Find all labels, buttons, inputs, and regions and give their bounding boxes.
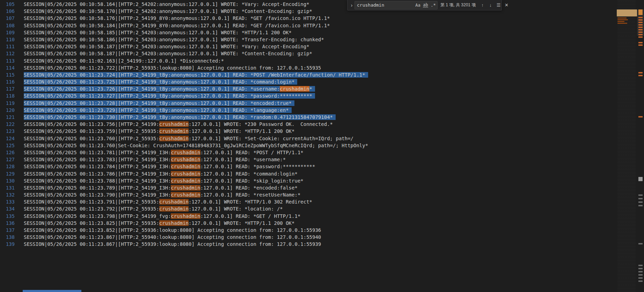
log-line-text[interactable]: SESSION|05/26/2025 00:11:23.791|[HTTP:2_… [24,198,312,205]
line-number[interactable]: 106 [0,8,24,15]
line-number[interactable]: 135 [0,213,24,220]
line-number[interactable]: 137 [0,227,24,234]
log-line-text[interactable]: SESSION|05/26/2025 00:11:23.759|[HTTP:2_… [24,128,294,135]
log-line-text[interactable]: SESSION|05/26/2025 00:11:02.163|[2_54199… [24,57,224,64]
log-line-text[interactable]: SESSION|05/26/2025 00:11:23.725|[HTTP:2_… [24,78,297,85]
line-number[interactable]: 133 [0,198,24,205]
line-number[interactable]: 121 [0,114,24,121]
log-line-text[interactable]: SESSION|05/26/2025 00:11:23.729|[HTTP:2_… [24,107,292,114]
line-number[interactable]: 114 [0,64,24,71]
log-line[interactable]: 135SESSION|05/26/2025 00:11:23.798|[HTTP… [0,213,616,220]
log-line-text[interactable]: SESSION|05/26/2025 00:10:58.184|[HTTP:2_… [24,22,330,29]
line-number[interactable]: 111 [0,43,24,50]
find-in-selection-button[interactable]: ☰ [495,1,502,9]
log-line-text[interactable]: SESSION|05/26/2025 00:11:23.756|[HTTP:2_… [24,121,333,128]
log-line[interactable]: 124SESSION|05/26/2025 00:11:23.760|[HTTP… [0,135,616,142]
line-number[interactable]: 134 [0,205,24,212]
line-number[interactable]: 132 [0,191,24,198]
log-line[interactable]: 107SESSION|05/26/2025 00:10:58.176|[HTTP… [0,15,616,22]
line-number[interactable]: 112 [0,50,24,57]
line-number[interactable]: 128 [0,163,24,170]
log-line-text[interactable]: SESSION|05/26/2025 00:11:23.798|[HTTP:2_… [24,213,300,220]
log-line[interactable]: 139SESSION|05/26/2025 00:11:23.867|[HTTP… [0,241,616,248]
log-line[interactable]: 129SESSION|05/26/2025 00:11:23.786|[HTTP… [0,170,616,177]
line-number[interactable]: 120 [0,107,24,114]
line-number[interactable]: 138 [0,234,24,241]
line-number[interactable]: 129 [0,170,24,177]
log-line-text[interactable]: SESSION|05/26/2025 00:11:23.726|[HTTP:2_… [24,85,315,92]
regex-toggle[interactable]: .* [430,2,437,9]
minimap[interactable] [617,0,637,292]
log-line-text[interactable]: SESSION|05/26/2025 00:10:58.185|[HTTP:2_… [24,29,292,36]
log-line[interactable]: 120SESSION|05/26/2025 00:11:23.729|[HTTP… [0,107,616,114]
log-line[interactable]: 113SESSION|05/26/2025 00:11:02.163|[2_54… [0,57,616,64]
log-line-text[interactable]: SESSION|05/26/2025 00:10:58.170|[HTTP:2_… [24,8,312,15]
log-line-text[interactable]: SESSION|05/26/2025 00:11:23.724|[HTTP:2_… [24,71,368,78]
log-line-text[interactable]: SESSION|05/26/2025 00:11:23.792|[HTTP:2_… [24,205,283,212]
log-line[interactable]: 126SESSION|05/26/2025 00:11:23.781|[HTTP… [0,149,616,156]
log-line[interactable]: 119SESSION|05/26/2025 00:11:23.728|[HTTP… [0,100,616,107]
log-line[interactable]: 117SESSION|05/26/2025 00:11:23.726|[HTTP… [0,85,616,92]
log-line[interactable]: 109SESSION|05/26/2025 00:10:58.185|[HTTP… [0,29,616,36]
log-line-text[interactable]: SESSION|05/26/2025 00:11:23.783|[HTTP:2_… [24,156,286,163]
find-close-button[interactable]: ✕ [503,1,510,9]
log-line[interactable]: 137SESSION|05/26/2025 00:11:23.852|[HTTP… [0,227,616,234]
toggle-replace-button[interactable]: › [349,0,354,10]
log-line[interactable]: 110SESSION|05/26/2025 00:10:58.186|[HTTP… [0,36,616,43]
line-number[interactable]: 139 [0,241,24,248]
log-line[interactable]: 118SESSION|05/26/2025 00:11:23.727|[HTTP… [0,92,616,99]
log-line-text[interactable]: SESSION|05/26/2025 00:10:58.176|[HTTP:2_… [24,15,330,22]
log-line-text[interactable]: SESSION|05/26/2025 00:10:58.187|[HTTP:2_… [24,43,309,50]
find-next-button[interactable]: ↓ [487,1,494,9]
log-line[interactable]: 125SESSION|05/26/2025 00:11:23.760|Set-C… [0,142,616,149]
log-line-text[interactable]: SESSION|05/26/2025 00:11:23.730|[HTTP:2_… [24,114,336,121]
line-number[interactable]: 126 [0,149,24,156]
vertical-scrollbar[interactable] [637,0,644,292]
log-line-text[interactable]: SESSION|05/26/2025 00:11:23.722|[HTTP:2_… [24,64,321,71]
log-line[interactable]: 121SESSION|05/26/2025 00:11:23.730|[HTTP… [0,114,616,121]
line-number[interactable]: 113 [0,57,24,64]
line-number[interactable]: 115 [0,71,24,78]
log-line-text[interactable]: SESSION|05/26/2025 00:11:23.789|[HTTP:2_… [24,184,298,191]
log-line-text[interactable]: SESSION|05/26/2025 00:11:23.852|[HTTP:2_… [24,227,321,234]
log-line-text[interactable]: SESSION|05/26/2025 00:11:23.786|[HTTP:2_… [24,170,298,177]
log-line[interactable]: 130SESSION|05/26/2025 00:11:23.788|[HTTP… [0,177,616,184]
log-line[interactable]: 105SESSION|05/26/2025 00:10:58.164|[HTTP… [0,1,616,8]
log-line[interactable]: 133SESSION|05/26/2025 00:11:23.791|[HTTP… [0,198,616,205]
log-line[interactable]: 112SESSION|05/26/2025 00:10:58.187|[HTTP… [0,50,616,57]
log-line-text[interactable]: SESSION|05/26/2025 00:10:58.186|[HTTP:2_… [24,36,324,43]
log-line-text[interactable]: SESSION|05/26/2025 00:10:58.187|[HTTP:2_… [24,50,312,57]
line-number[interactable]: 131 [0,184,24,191]
log-line[interactable]: 132SESSION|05/26/2025 00:11:23.790|[HTTP… [0,191,616,198]
log-line[interactable]: 134SESSION|05/26/2025 00:11:23.792|[HTTP… [0,205,616,212]
line-number[interactable]: 108 [0,22,24,29]
log-line-text[interactable]: SESSION|05/26/2025 00:11:23.781|[HTTP:2_… [24,149,303,156]
log-line-text[interactable]: SESSION|05/26/2025 00:11:23.867|[HTTP:2_… [24,234,321,241]
log-line[interactable]: 127SESSION|05/26/2025 00:11:23.783|[HTTP… [0,156,616,163]
line-number[interactable]: 105 [0,1,24,8]
match-case-toggle[interactable]: Aa [414,2,422,9]
find-input[interactable] [357,2,414,8]
log-line-text[interactable]: SESSION|05/26/2025 00:11:23.760|[HTTP:2_… [24,135,353,142]
log-line[interactable]: 128SESSION|05/26/2025 00:11:23.784|[HTTP… [0,163,616,170]
log-line-text[interactable]: SESSION|05/26/2025 00:11:23.790|[HTTP:2_… [24,191,300,198]
log-line-text[interactable]: SESSION|05/26/2025 00:11:23.760|Set-Cook… [24,142,368,149]
log-line[interactable]: 114SESSION|05/26/2025 00:11:23.722|[HTTP… [0,64,616,71]
line-number[interactable]: 110 [0,36,24,43]
line-number[interactable]: 130 [0,177,24,184]
line-number[interactable]: 125 [0,142,24,149]
line-number[interactable]: 117 [0,85,24,92]
log-line[interactable]: 115SESSION|05/26/2025 00:11:23.724|[HTTP… [0,71,616,78]
log-line-text[interactable]: SESSION|05/26/2025 00:10:58.164|[HTTP:2_… [24,1,309,8]
log-line[interactable]: 116SESSION|05/26/2025 00:11:23.725|[HTTP… [0,78,616,85]
log-line[interactable]: 122SESSION|05/26/2025 00:11:23.756|[HTTP… [0,121,616,128]
line-number[interactable]: 136 [0,220,24,227]
log-line[interactable]: 108SESSION|05/26/2025 00:10:58.184|[HTTP… [0,22,616,29]
log-line-text[interactable]: SESSION|05/26/2025 00:11:23.825|[HTTP:2_… [24,220,294,227]
line-number[interactable]: 122 [0,121,24,128]
log-line-text[interactable]: SESSION|05/26/2025 00:11:23.867|[HTTP:2_… [24,241,321,248]
line-number[interactable]: 119 [0,100,24,107]
horizontal-scrollbar-thumb[interactable] [23,290,81,292]
editor-area[interactable]: 105SESSION|05/26/2025 00:10:58.164|[HTTP… [0,0,644,292]
find-previous-button[interactable]: ↑ [479,1,486,9]
